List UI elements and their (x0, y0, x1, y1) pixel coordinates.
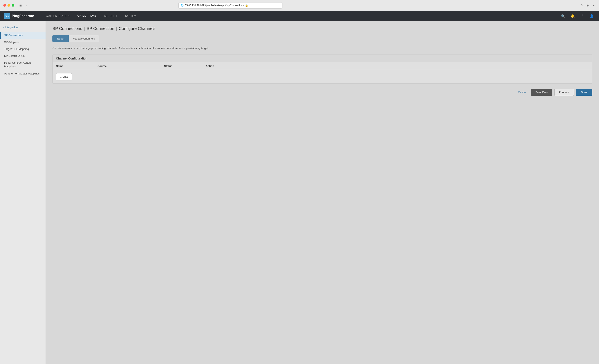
address-bar[interactable]: 🌐 35.85.231.78:9999/pingfederate/app#/sp… (178, 2, 282, 9)
add-tab-icon[interactable]: + (591, 3, 596, 8)
top-nav-links: AUTHENTICATION APPLICATIONS SECURITY SYS… (43, 11, 560, 21)
help-icon[interactable]: ? (579, 13, 585, 19)
col-name: Name (56, 64, 97, 68)
body-layout: ‹ Integration SP Connections SP Adapters… (0, 21, 599, 364)
page-description: On this screen you can manage provisioni… (53, 46, 592, 50)
tab-manage-channels[interactable]: Manage Channels (69, 35, 99, 42)
footer-actions: Cancel Save Draft Previous Done (53, 89, 592, 96)
sidebar-item-adapter-mappings[interactable]: Adapter-to-Adapter Mappings (0, 70, 45, 77)
brand-federate: Federate (19, 14, 34, 18)
sidebar-toggle-icon[interactable]: ⊟ (18, 3, 23, 8)
app-container: Ping PingFederate AUTHENTICATION APPLICA… (0, 11, 599, 364)
col-source: Source (97, 64, 164, 68)
save-draft-button[interactable]: Save Draft (531, 89, 552, 96)
nav-authentication[interactable]: AUTHENTICATION (43, 11, 73, 21)
sidebar-item-sp-default-urls[interactable]: SP Default URLs (0, 53, 45, 59)
breadcrumb-sp-connections[interactable]: SP Connections (53, 26, 82, 31)
breadcrumb-sp-connection[interactable]: SP Connection (87, 26, 114, 31)
breadcrumb-sep-2: | (116, 26, 117, 31)
channel-table-headers: Name Source Status Action (53, 62, 592, 70)
brand: Ping PingFederate (4, 13, 34, 19)
minimize-button[interactable] (8, 4, 10, 7)
sidebar-back-label: Integration (5, 26, 18, 29)
breadcrumb: SP Connections | SP Connection | Configu… (53, 26, 592, 31)
lock-icon: 🔒 (245, 4, 248, 7)
col-action: Action (206, 64, 589, 68)
breadcrumb-configure-channels: Configure Channels (119, 26, 156, 31)
search-icon[interactable]: 🔍 (560, 13, 566, 19)
browser-nav-actions: ↻ ⊕ + (580, 3, 596, 8)
refresh-icon[interactable]: ↻ (580, 3, 584, 8)
sidebar-item-sp-connections[interactable]: SP Connections (0, 32, 45, 39)
traffic-lights (3, 4, 14, 7)
tabs: Target Manage Channels (53, 35, 592, 42)
sidebar: ‹ Integration SP Connections SP Adapters… (0, 21, 46, 364)
brand-ping: Ping (12, 14, 19, 18)
top-nav-actions: 🔍 🔔 ? 👤 (560, 13, 595, 19)
channel-table-body: Create (53, 70, 592, 83)
maximize-button[interactable] (12, 4, 14, 7)
nav-security[interactable]: SECURITY (100, 11, 121, 21)
col-status: Status (164, 64, 206, 68)
sidebar-item-policy-contract[interactable]: Policy Contract Adapter Mappings (0, 59, 45, 70)
address-text: 35.85.231.78:9999/pingfederate/app#/spCo… (185, 4, 244, 7)
back-arrow-icon: ‹ (3, 26, 4, 29)
brand-name: PingFederate (12, 14, 34, 18)
channel-config-section: Channel Configuration Name Source Status… (53, 54, 592, 84)
sidebar-item-sp-adapters[interactable]: SP Adapters (0, 39, 45, 45)
browser-chrome: ⊟ ‹ 🌐 35.85.231.78:9999/pingfederate/app… (0, 0, 599, 11)
close-button[interactable] (3, 4, 6, 7)
previous-button[interactable]: Previous (555, 89, 574, 96)
sidebar-item-target-url-mapping[interactable]: Target URL Mapping (0, 45, 45, 53)
main-content: SP Connections | SP Connection | Configu… (46, 21, 599, 364)
top-nav: Ping PingFederate AUTHENTICATION APPLICA… (0, 11, 599, 21)
tab-target[interactable]: Target (53, 35, 69, 42)
nav-system[interactable]: SYSTEM (122, 11, 140, 21)
globe-icon: 🌐 (181, 4, 184, 7)
back-icon[interactable]: ‹ (24, 3, 28, 8)
browser-nav-icons: ⊟ ‹ (18, 3, 28, 8)
brand-logo: Ping (4, 13, 10, 19)
sidebar-back[interactable]: ‹ Integration (0, 25, 45, 30)
done-button[interactable]: Done (576, 89, 592, 96)
create-button[interactable]: Create (56, 73, 72, 80)
more-icon[interactable]: ⊕ (586, 3, 590, 8)
breadcrumb-sep-1: | (84, 26, 85, 31)
notification-icon[interactable]: 🔔 (570, 13, 576, 19)
nav-applications[interactable]: APPLICATIONS (73, 11, 100, 21)
cancel-button[interactable]: Cancel (515, 89, 529, 96)
user-icon[interactable]: 👤 (589, 13, 595, 19)
channel-config-header: Channel Configuration (53, 55, 592, 62)
